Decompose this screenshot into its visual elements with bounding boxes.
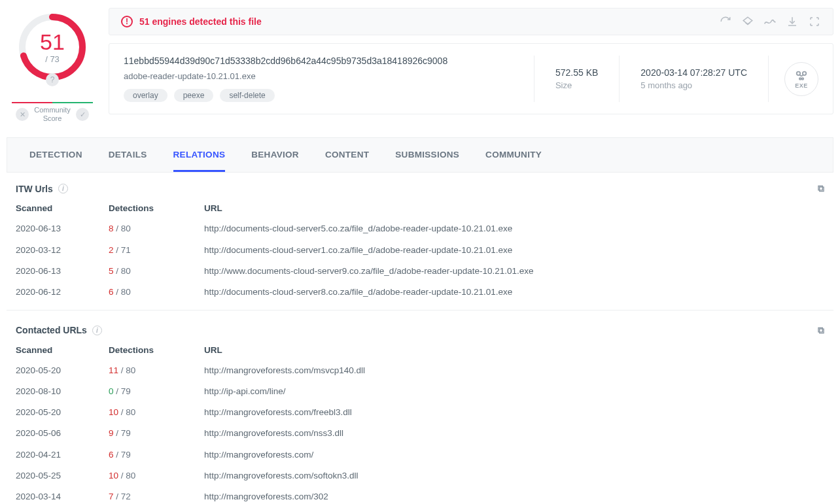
- info-icon[interactable]: i: [92, 326, 102, 335]
- cell-detections: 8 / 80: [109, 221, 204, 237]
- file-size-label: Size: [555, 80, 598, 90]
- info-icon[interactable]: i: [58, 184, 68, 193]
- table-row[interactable]: 2020-06-126 / 80http://documents-cloud-s…: [7, 282, 833, 303]
- cell-detections: 9 / 79: [109, 426, 204, 441]
- cell-url: http://mangroveforests.com/msvcp140.dll: [204, 363, 824, 378]
- table-row[interactable]: 2020-03-122 / 71http://documents-cloud-s…: [7, 240, 833, 261]
- section-itw-header: ITW Urls i ⧉: [7, 173, 833, 201]
- cell-scanned: 2020-03-14: [16, 489, 109, 504]
- tab-details[interactable]: DETAILS: [109, 138, 147, 172]
- detection-count: 51: [40, 31, 65, 53]
- cell-url: http://www.documents-cloud-server9.co.za…: [204, 263, 824, 279]
- tag[interactable]: peexe: [174, 89, 214, 102]
- cell-url: http://mangroveforests.com/softokn3.dll: [204, 468, 824, 484]
- cell-detections: 10 / 80: [109, 405, 204, 420]
- file-info-card: 11ebbd55944d39d90c71d53338b2cdd96b642a44…: [109, 43, 833, 114]
- detection-total: / 73: [45, 54, 60, 64]
- cell-url: http://documents-cloud-server8.co.za/fil…: [204, 284, 824, 300]
- col-detections: Detections: [109, 203, 204, 213]
- community-help-icon[interactable]: ?: [46, 73, 59, 86]
- table-row[interactable]: 2020-05-2011 / 80http://mangroveforests.…: [7, 360, 833, 381]
- svg-point-4: [799, 78, 801, 80]
- cell-scanned: 2020-03-12: [16, 243, 109, 258]
- cell-detections: 2 / 71: [109, 243, 204, 258]
- contacted-table: Scanned Detections URL 2020-05-2011 / 80…: [7, 343, 833, 504]
- cell-detections: 6 / 79: [109, 447, 204, 463]
- file-name: adobe-reader-update-10.21.01.exe: [124, 71, 518, 81]
- svg-point-5: [801, 78, 803, 80]
- community-like-icon[interactable]: ✓: [76, 108, 89, 121]
- tab-community[interactable]: COMMUNITY: [485, 138, 542, 172]
- scan-date-relative: 5 months ago: [640, 80, 747, 90]
- cell-url: http://documents-cloud-server1.co.za/fil…: [204, 243, 824, 258]
- table-row[interactable]: 2020-08-100 / 79http://ip-api.com/line/: [7, 381, 833, 402]
- section-contacted-header: Contacted URLs i ⧉: [7, 314, 833, 343]
- similar-icon[interactable]: [741, 15, 754, 28]
- cell-url: http://mangroveforests.com/freebl3.dll: [204, 405, 824, 420]
- cell-url: http://mangroveforests.com/nss3.dll: [204, 426, 824, 441]
- file-hash: 11ebbd55944d39d90c71d53338b2cdd96b642a44…: [124, 56, 518, 66]
- community-dislike-icon[interactable]: ✕: [16, 108, 29, 121]
- cell-url: http://mangroveforests.com/: [204, 447, 824, 463]
- community-bar: [12, 102, 93, 103]
- copy-icon[interactable]: ⧉: [818, 183, 824, 194]
- scan-date: 2020-03-14 07:28:27 UTC: [640, 67, 747, 78]
- cell-url: http://documents-cloud-server5.co.za/fil…: [204, 221, 824, 237]
- cell-scanned: 2020-06-13: [16, 221, 109, 237]
- cell-detections: 11 / 80: [109, 363, 204, 378]
- cell-detections: 5 / 80: [109, 263, 204, 279]
- cell-detections: 0 / 79: [109, 384, 204, 399]
- tab-detection[interactable]: DETECTION: [29, 138, 82, 172]
- filetype-icon: EXE: [784, 62, 818, 96]
- table-row[interactable]: 2020-04-216 / 79http://mangroveforests.c…: [7, 445, 833, 465]
- tab-submissions[interactable]: SUBMISSIONS: [395, 138, 459, 172]
- alert-bar: ! 51 engines detected this file: [109, 8, 833, 35]
- warning-icon: !: [121, 16, 133, 27]
- community-score-label: Community Score: [33, 106, 72, 123]
- alert-text: 51 engines detected this file: [139, 16, 262, 27]
- tab-relations[interactable]: RELATIONS: [173, 138, 226, 172]
- section-itw-title: ITW Urls: [16, 184, 53, 194]
- tab-behavior[interactable]: BEHAVIOR: [251, 138, 299, 172]
- cell-scanned: 2020-06-13: [16, 263, 109, 279]
- tab-content[interactable]: CONTENT: [325, 138, 369, 172]
- tab-bar: DETECTIONDETAILSRELATIONSBEHAVIORCONTENT…: [7, 137, 833, 173]
- reanalyze-icon[interactable]: [719, 15, 732, 28]
- cell-scanned: 2020-06-12: [16, 284, 109, 300]
- table-row[interactable]: 2020-06-135 / 80http://www.documents-clo…: [7, 261, 833, 282]
- expand-icon[interactable]: [808, 15, 821, 28]
- col-scanned: Scanned: [16, 203, 109, 213]
- cell-scanned: 2020-08-10: [16, 384, 109, 399]
- cell-scanned: 2020-05-06: [16, 426, 109, 441]
- cell-scanned: 2020-04-21: [16, 447, 109, 463]
- col-url: URL: [204, 203, 824, 213]
- graph-icon[interactable]: [763, 15, 777, 28]
- table-row[interactable]: 2020-05-069 / 79http://mangroveforests.c…: [7, 423, 833, 444]
- detection-gauge: 51 / 73: [17, 12, 88, 82]
- tag[interactable]: overlay: [124, 89, 167, 102]
- cell-url: http://ip-api.com/line/: [204, 384, 824, 399]
- cell-detections: 7 / 72: [109, 489, 204, 504]
- copy-icon[interactable]: ⧉: [818, 325, 824, 336]
- col-url: URL: [204, 345, 824, 355]
- col-scanned: Scanned: [16, 345, 109, 355]
- score-widget: 51 / 73 ? ✕ Community Score ✓: [7, 8, 98, 123]
- section-contacted-title: Contacted URLs: [16, 325, 87, 335]
- cell-detections: 6 / 80: [109, 284, 204, 300]
- cell-detections: 10 / 80: [109, 468, 204, 484]
- table-row[interactable]: 2020-05-2510 / 80http://mangroveforests.…: [7, 465, 833, 486]
- tag[interactable]: self-delete: [220, 89, 274, 102]
- cell-scanned: 2020-05-20: [16, 363, 109, 378]
- itw-table: Scanned Detections URL 2020-06-138 / 80h…: [7, 201, 833, 303]
- cell-scanned: 2020-05-20: [16, 405, 109, 420]
- col-detections: Detections: [109, 345, 204, 355]
- filetype-label: EXE: [795, 82, 808, 89]
- file-size: 572.55 KB: [555, 67, 598, 78]
- cell-url: http://mangroveforests.com/302: [204, 489, 824, 504]
- cell-scanned: 2020-05-25: [16, 468, 109, 484]
- table-row[interactable]: 2020-06-138 / 80http://documents-cloud-s…: [7, 218, 833, 239]
- table-row[interactable]: 2020-05-2010 / 80http://mangroveforests.…: [7, 402, 833, 423]
- download-icon[interactable]: [786, 15, 799, 28]
- table-row[interactable]: 2020-03-147 / 72http://mangroveforests.c…: [7, 486, 833, 504]
